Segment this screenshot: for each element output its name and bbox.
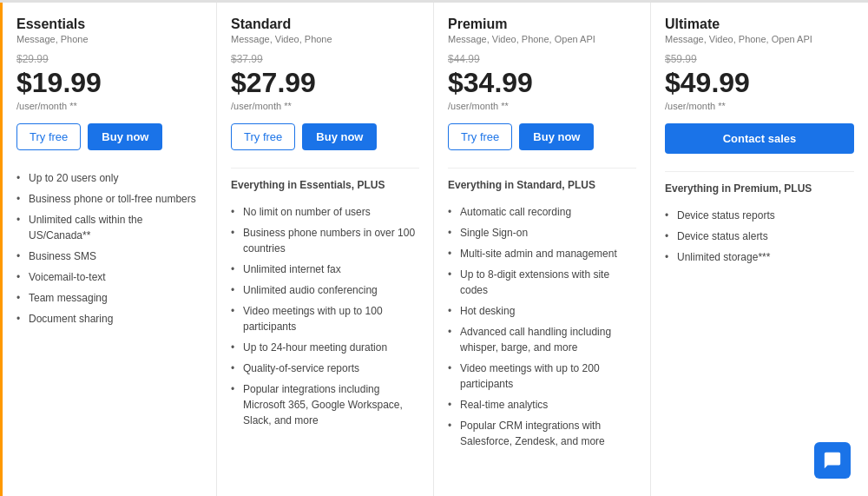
plan-col-premium: PremiumMessage, Video, Phone, Open API$4…	[434, 3, 651, 496]
original-price-premium: $44.99	[448, 53, 636, 65]
plan-name-essentials: Essentials	[16, 17, 202, 32]
list-item: Hot desking	[448, 301, 636, 321]
current-price-essentials: $19.99	[16, 67, 202, 99]
plan-name-standard: Standard	[231, 17, 419, 32]
list-item: Business phone numbers in over 100 count…	[231, 222, 419, 259]
original-price-standard: $37.99	[231, 53, 419, 65]
list-item: Advanced call handling including whisper…	[448, 321, 636, 358]
current-price-ultimate: $49.99	[665, 67, 854, 99]
buy-button-premium[interactable]: Buy now	[519, 123, 594, 150]
plan-col-essentials: EssentialsMessage, Phone$29.99$19.99/use…	[0, 3, 217, 496]
list-item: Multi-site admin and management	[448, 243, 636, 264]
plan-col-ultimate: UltimateMessage, Video, Phone, Open API$…	[651, 3, 868, 496]
list-item: Video meetings with up to 200 participan…	[448, 358, 636, 394]
button-row-ultimate: Contact sales	[665, 123, 854, 154]
list-item: Unlimited audio conferencing	[231, 280, 419, 301]
current-price-premium: $34.99	[448, 67, 636, 99]
list-item: Single Sign-on	[448, 222, 636, 243]
pricing-grid: EssentialsMessage, Phone$29.99$19.99/use…	[0, 0, 868, 496]
plan-channels-standard: Message, Video, Phone	[231, 34, 419, 44]
everything-label-ultimate: Everything in Premium, PLUS	[665, 171, 854, 195]
list-item: Up to 8-digit extensions with site codes	[448, 264, 636, 301]
list-item: Document sharing	[16, 308, 202, 329]
try-button-essentials[interactable]: Try free	[16, 123, 81, 150]
list-item: Voicemail-to-text	[16, 267, 202, 288]
list-item: Unlimited storage***	[665, 247, 854, 268]
price-note-standard: /user/month **	[231, 101, 419, 111]
contact-button-ultimate[interactable]: Contact sales	[665, 123, 854, 154]
list-item: Up to 24-hour meeting duration	[231, 337, 419, 358]
everything-label-premium: Everything in Standard, PLUS	[448, 168, 636, 191]
feature-list-essentials: Up to 20 users onlyBusiness phone or tol…	[16, 168, 202, 329]
plan-channels-essentials: Message, Phone	[16, 34, 202, 44]
list-item: Team messaging	[16, 288, 202, 308]
button-row-premium: Try freeBuy now	[448, 123, 636, 150]
plan-col-standard: StandardMessage, Video, Phone$37.99$27.9…	[217, 3, 434, 496]
list-item: Up to 20 users only	[16, 168, 202, 188]
feature-list-premium: Automatic call recordingSingle Sign-onMu…	[448, 202, 636, 452]
list-item: Device status alerts	[665, 226, 854, 247]
list-item: Popular integrations including Microsoft…	[231, 379, 419, 431]
list-item: Quality-of-service reports	[231, 358, 419, 379]
buy-button-essentials[interactable]: Buy now	[88, 123, 162, 150]
original-price-essentials: $29.99	[16, 53, 202, 65]
plan-channels-ultimate: Message, Video, Phone, Open API	[665, 34, 854, 44]
list-item: Video meetings with up to 100 participan…	[231, 301, 419, 337]
chat-icon	[823, 451, 842, 470]
original-price-ultimate: $59.99	[665, 53, 854, 65]
plan-name-premium: Premium	[448, 17, 636, 32]
plan-name-ultimate: Ultimate	[665, 17, 854, 32]
list-item: Business SMS	[16, 246, 202, 267]
list-item: Unlimited internet fax	[231, 259, 419, 280]
try-button-premium[interactable]: Try free	[448, 123, 512, 150]
current-price-standard: $27.99	[231, 67, 419, 99]
price-note-essentials: /user/month **	[16, 101, 202, 111]
price-note-premium: /user/month **	[448, 101, 636, 111]
list-item: Device status reports	[665, 205, 854, 226]
price-note-ultimate: /user/month **	[665, 101, 854, 111]
list-item: Popular CRM integrations with Salesforce…	[448, 415, 636, 452]
list-item: Business phone or toll-free numbers	[16, 188, 202, 209]
button-row-essentials: Try freeBuy now	[16, 123, 202, 150]
everything-label-standard: Everything in Essentials, PLUS	[231, 168, 419, 191]
buy-button-standard[interactable]: Buy now	[302, 123, 377, 150]
list-item: Unlimited calls within the US/Canada**	[16, 209, 202, 246]
list-item: Real-time analytics	[448, 394, 636, 415]
list-item: Automatic call recording	[448, 202, 636, 222]
button-row-standard: Try freeBuy now	[231, 123, 419, 150]
try-button-standard[interactable]: Try free	[231, 123, 295, 150]
list-item: No limit on number of users	[231, 202, 419, 222]
feature-list-ultimate: Device status reportsDevice status alert…	[665, 205, 854, 268]
chat-button[interactable]	[814, 442, 851, 479]
feature-list-standard: No limit on number of usersBusiness phon…	[231, 202, 419, 431]
plan-channels-premium: Message, Video, Phone, Open API	[448, 34, 636, 44]
